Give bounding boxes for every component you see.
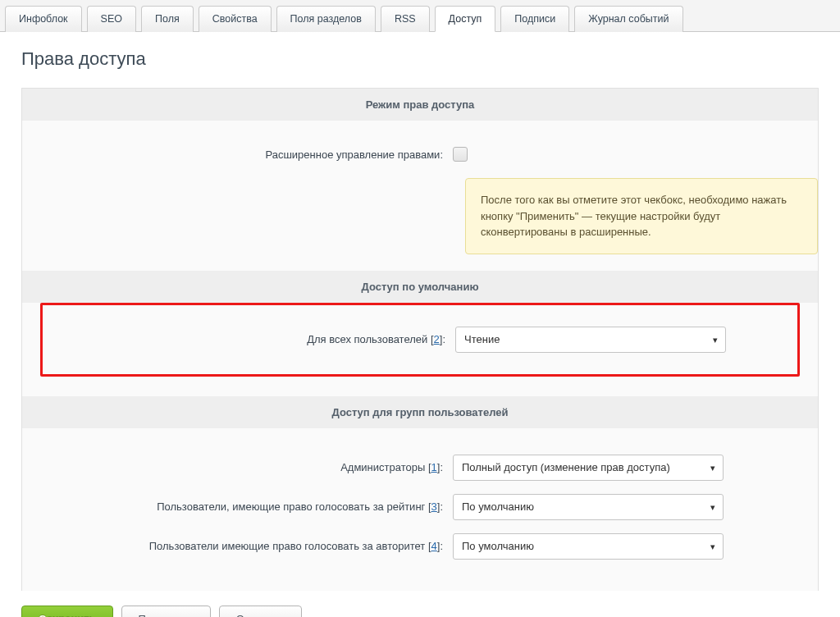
default-access-label: Для всех пользователей [2]: xyxy=(43,333,455,345)
group-id-link[interactable]: 4 xyxy=(431,540,437,552)
default-access-highlight: Для всех пользователей [2]: Чтение xyxy=(40,303,800,377)
tab-rss[interactable]: RSS xyxy=(381,6,430,32)
group-label: Администраторы [1]: xyxy=(22,461,453,473)
page-content: Права доступа Режим прав доступа Расшире… xyxy=(0,32,840,591)
page-title: Права доступа xyxy=(21,48,819,70)
tab-infoblock[interactable]: Инфоблок xyxy=(5,6,82,32)
group-access-select[interactable]: По умолчанию xyxy=(453,533,724,560)
tab-seo[interactable]: SEO xyxy=(87,6,136,32)
tab-captions[interactable]: Подписи xyxy=(500,6,569,32)
group-label: Пользователи, имеющие право голосовать з… xyxy=(22,500,453,513)
tab-access[interactable]: Доступ xyxy=(435,6,496,32)
advanced-rights-checkbox[interactable] xyxy=(453,147,468,162)
section-header-mode: Режим прав доступа xyxy=(22,89,818,121)
group-row-admins: Администраторы [1]: Полный доступ (измен… xyxy=(22,448,818,487)
group-access-select[interactable]: Полный доступ (изменение прав доступа) xyxy=(453,455,724,481)
default-access-select[interactable]: Чтение xyxy=(455,327,726,353)
action-buttons: Сохранить Применить Отменить xyxy=(0,591,840,618)
advanced-rights-notice: После того как вы отметите этот чекбокс,… xyxy=(465,178,818,254)
section-header-default: Доступ по умолчанию xyxy=(22,271,818,303)
cancel-button[interactable]: Отменить xyxy=(219,606,302,618)
advanced-rights-label: Расширенное управление правами: xyxy=(22,149,453,161)
default-access-row: Для всех пользователей [2]: Чтение xyxy=(43,320,797,359)
tab-event-log[interactable]: Журнал событий xyxy=(574,6,682,32)
save-button[interactable]: Сохранить xyxy=(21,606,113,618)
group-label: Пользователи имеющие право голосовать за… xyxy=(22,540,453,552)
default-access-select-wrap: Чтение xyxy=(455,327,726,353)
group-id-link[interactable]: 3 xyxy=(431,500,437,513)
settings-pane: Режим прав доступа Расширенное управлени… xyxy=(21,88,819,591)
apply-button[interactable]: Применить xyxy=(121,606,211,618)
tab-section-fields[interactable]: Поля разделов xyxy=(276,6,376,32)
group-row-authority-voters: Пользователи имеющие право голосовать за… xyxy=(22,527,818,566)
tab-properties[interactable]: Свойства xyxy=(199,6,272,32)
tabs-bar: Инфоблок SEO Поля Свойства Поля разделов… xyxy=(0,0,840,32)
tab-fields[interactable]: Поля xyxy=(141,6,194,32)
group-id-link[interactable]: 1 xyxy=(431,461,437,473)
section-header-groups: Доступ для групп пользователей xyxy=(22,396,818,428)
advanced-rights-row: Расширенное управление правами: xyxy=(22,140,818,168)
group-access-select[interactable]: По умолчанию xyxy=(453,494,724,520)
group-id-link[interactable]: 2 xyxy=(434,333,440,345)
group-row-rating-voters: Пользователи, имеющие право голосовать з… xyxy=(22,487,818,527)
